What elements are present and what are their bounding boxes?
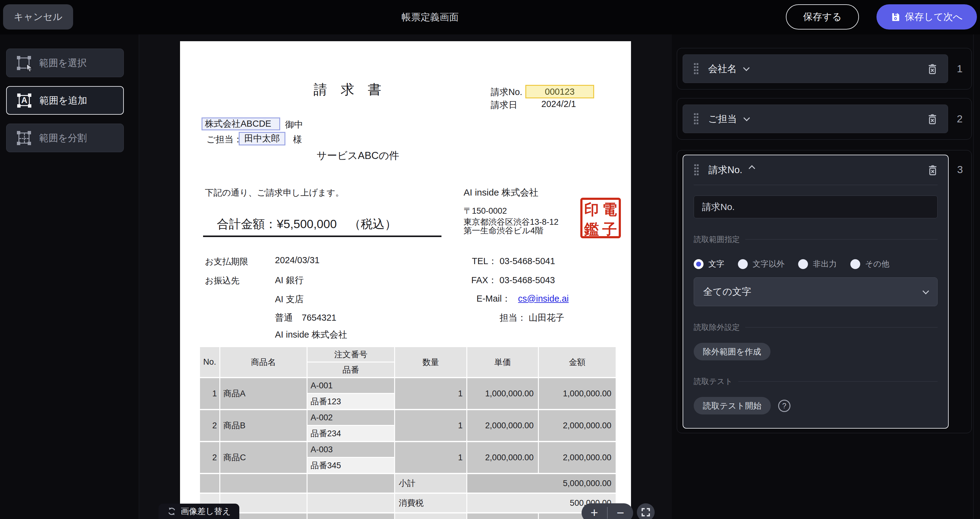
field-name-input[interactable]: 請求No. xyxy=(694,196,938,218)
invoice-subject: サービスABCの件 xyxy=(317,149,399,163)
split-range-icon xyxy=(17,131,31,145)
save-and-next-button[interactable]: 保存して次へ xyxy=(877,4,977,30)
radio-option[interactable]: 文字 xyxy=(708,259,724,269)
drag-handle-icon[interactable] xyxy=(694,63,699,75)
add-range-button[interactable]: A 範囲を追加 xyxy=(6,86,124,115)
chevron-up-icon[interactable] xyxy=(749,165,755,172)
top-bar: キャンセル 帳票定義画面 保存する 保存して次へ xyxy=(0,0,980,34)
contact-highlight-field[interactable]: 田中太郎 xyxy=(239,132,285,145)
field-label: 請求No. xyxy=(708,164,742,176)
replace-image-label: 画像差し替え xyxy=(181,506,231,517)
issuer-fax: FAX： 03-5468-5043 xyxy=(471,274,555,287)
add-range-label: 範囲を追加 xyxy=(39,94,87,107)
start-read-test-button[interactable]: 読取テスト開始 xyxy=(694,397,771,414)
invoice-no-label: 請求No. xyxy=(491,86,522,98)
invoice-date-label: 請求日 xyxy=(491,99,517,111)
invoice-no-highlight-field[interactable]: 000123 xyxy=(525,85,594,98)
drag-handle-icon[interactable] xyxy=(694,164,699,176)
fullscreen-button[interactable] xyxy=(637,503,655,519)
issuer-name: AI inside 株式会社 xyxy=(464,186,538,199)
cancel-button[interactable]: キャンセル xyxy=(3,4,73,30)
field-item-invoice-no[interactable]: 請求No. 請求No. 読取範囲指定 文字 xyxy=(677,150,972,433)
split-range-button[interactable]: 範囲を分割 xyxy=(6,124,124,152)
account-holder: AI inside 株式会社 xyxy=(275,329,347,341)
zoom-in-button[interactable]: + xyxy=(582,503,607,519)
help-icon[interactable]: ? xyxy=(778,400,791,412)
trash-icon xyxy=(928,63,937,75)
total-amount-line: 合計金額：¥5,500,000 （税込） xyxy=(217,216,397,232)
radio-icon[interactable] xyxy=(738,259,748,269)
select-range-button[interactable]: 範囲を選択 xyxy=(6,49,124,77)
field-index: 3 xyxy=(949,155,971,184)
total-underline xyxy=(203,236,441,237)
refresh-icon xyxy=(167,507,177,516)
chevron-down-icon[interactable] xyxy=(743,65,749,71)
payment-due-value: 2024/03/31 xyxy=(275,255,320,265)
invoice-date-value: 2024/2/1 xyxy=(541,99,576,109)
email-label: E-Mail： xyxy=(476,294,511,303)
zoom-out-button[interactable]: − xyxy=(608,503,633,519)
radio-icon[interactable] xyxy=(798,259,808,269)
subtotal-value: 5,000,000.00 xyxy=(467,474,616,493)
table-row: 2 商品C A-003 1 2,000,000.00 2,000,000.00 … xyxy=(200,442,611,473)
field-item-company[interactable]: 会社名 1 xyxy=(677,48,972,89)
radio-option[interactable]: 文字以外 xyxy=(752,259,784,269)
total-row-clipped xyxy=(200,513,611,519)
radio-icon[interactable] xyxy=(850,259,860,269)
col-amount: 金額 xyxy=(539,347,616,377)
save-button[interactable]: 保存する xyxy=(786,4,859,30)
header-divider xyxy=(694,185,938,185)
subtotal-label: 小計 xyxy=(395,474,466,493)
payment-due-label: お支払期限 xyxy=(205,256,248,267)
radio-selected-icon[interactable] xyxy=(694,259,703,269)
table-row: 1 商品A A-001 1 1,000,000.00 1,000,000.00 … xyxy=(200,378,611,409)
exclusion-section-label: 読取除外設定 xyxy=(694,322,938,332)
radio-option[interactable]: 非出力 xyxy=(813,259,837,269)
col-no: No. xyxy=(200,347,220,377)
split-range-label: 範囲を分割 xyxy=(39,132,87,145)
field-index: 2 xyxy=(948,113,971,125)
read-range-section-label: 読取範囲指定 xyxy=(694,234,938,244)
add-range-icon: A xyxy=(17,93,31,108)
chevron-down-icon[interactable] xyxy=(743,115,750,121)
bank-branch: AI 支店 xyxy=(275,293,304,306)
tool-sidebar: 範囲を選択 A 範囲を追加 範囲を分割 xyxy=(0,34,139,519)
table-row: 2 商品B A-002 1 2,000,000.00 2,000,000.00 … xyxy=(200,410,611,441)
radio-option[interactable]: その他 xyxy=(865,259,889,269)
electronic-seal-stamp: 印 電 鑑 子 xyxy=(580,198,621,238)
floppy-save-icon xyxy=(891,12,900,22)
line-items-table: No. 商品名 注文番号 数量 単価 金額 品番 1 商品A A-001 1 1… xyxy=(200,347,611,519)
delete-field-button[interactable] xyxy=(928,63,937,75)
company-highlight-field[interactable]: 株式会社ABCDE xyxy=(202,117,280,130)
greeting-text: 下記の通り、ご請求申し上げます。 xyxy=(205,187,344,199)
tax-label: 消費税 xyxy=(395,494,466,512)
delete-field-button[interactable] xyxy=(928,113,937,125)
expanded-field-card: 請求No. 請求No. 読取範囲指定 文字 xyxy=(682,155,949,429)
page-title: 帳票定義画面 xyxy=(401,11,459,24)
trash-icon xyxy=(928,164,938,176)
trash-icon xyxy=(928,113,937,125)
drag-handle-icon[interactable] xyxy=(694,113,699,125)
save-and-next-label: 保存して次へ xyxy=(905,10,963,23)
character-type-dropdown[interactable]: 全ての文字 xyxy=(694,277,938,306)
email-link[interactable]: cs@inside.ai xyxy=(518,294,569,303)
document-canvas[interactable]: 請 求 書 請求No. 000123 請求日 2024/2/1 株式会社ABCD… xyxy=(140,34,672,519)
field-card[interactable]: ご担当 xyxy=(682,105,948,133)
contact-label: ご担当： xyxy=(207,133,242,146)
delete-field-button[interactable] xyxy=(928,164,938,176)
create-exclusion-range-button[interactable]: 除外範囲を作成 xyxy=(694,343,770,360)
bank-account: 普通 7654321 xyxy=(275,312,336,324)
col-order: 注文番号 xyxy=(307,347,394,362)
field-item-contact[interactable]: ご担当 2 xyxy=(677,98,972,140)
col-qty: 数量 xyxy=(395,347,466,377)
field-card[interactable]: 会社名 xyxy=(682,54,948,83)
issuer-tel: TEL： 03-5468-5041 xyxy=(472,255,555,267)
issuer-address2: 第一生命渋谷ビル4階 xyxy=(464,225,543,236)
field-label: 会社名 xyxy=(708,62,737,75)
expanded-field-header[interactable]: 請求No. xyxy=(683,155,948,185)
field-index: 1 xyxy=(948,63,971,75)
select-range-label: 範囲を選択 xyxy=(39,57,87,69)
replace-image-button[interactable]: 画像差し替え xyxy=(159,504,239,519)
zoom-controls: + − xyxy=(582,503,633,519)
col-part: 品番 xyxy=(307,363,394,377)
